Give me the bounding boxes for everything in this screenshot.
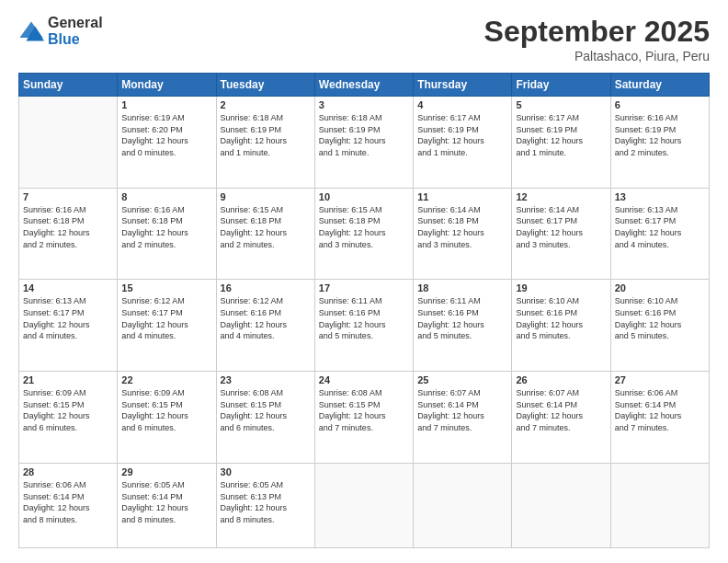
day-cell: 2Sunrise: 6:18 AMSunset: 6:19 PMDaylight… [216, 97, 314, 189]
day-cell: 28Sunrise: 6:06 AMSunset: 6:14 PMDayligh… [19, 463, 118, 547]
day-cell: 9Sunrise: 6:15 AMSunset: 6:18 PMDaylight… [216, 188, 314, 280]
day-cell: 8Sunrise: 6:16 AMSunset: 6:18 PMDaylight… [118, 188, 216, 280]
day-cell [610, 463, 709, 547]
logo-blue-text: Blue [48, 31, 103, 48]
day-cell: 25Sunrise: 6:07 AMSunset: 6:14 PMDayligh… [414, 372, 512, 464]
logo-text: General Blue [48, 15, 103, 47]
day-cell: 24Sunrise: 6:08 AMSunset: 6:15 PMDayligh… [314, 372, 413, 464]
week-row-2: 7Sunrise: 6:16 AMSunset: 6:18 PMDaylight… [19, 188, 710, 280]
day-info: Sunrise: 6:06 AMSunset: 6:14 PMDaylight:… [615, 387, 705, 433]
day-cell: 3Sunrise: 6:18 AMSunset: 6:19 PMDaylight… [314, 97, 413, 189]
day-info: Sunrise: 6:08 AMSunset: 6:15 PMDaylight:… [221, 387, 311, 433]
day-cell [19, 97, 118, 189]
day-cell: 5Sunrise: 6:17 AMSunset: 6:19 PMDaylight… [512, 97, 610, 189]
day-cell: 18Sunrise: 6:11 AMSunset: 6:16 PMDayligh… [414, 280, 512, 372]
col-tuesday: Tuesday [216, 74, 314, 97]
day-number: 10 [319, 191, 409, 202]
day-number: 19 [516, 282, 606, 293]
col-wednesday: Wednesday [314, 74, 413, 97]
day-cell: 27Sunrise: 6:06 AMSunset: 6:14 PMDayligh… [610, 372, 709, 464]
day-cell [512, 463, 610, 547]
day-cell: 11Sunrise: 6:14 AMSunset: 6:18 PMDayligh… [414, 188, 512, 280]
day-info: Sunrise: 6:15 AMSunset: 6:18 PMDaylight:… [319, 204, 409, 250]
day-info: Sunrise: 6:09 AMSunset: 6:15 PMDaylight:… [23, 387, 113, 433]
month-title: September 2025 [484, 15, 710, 49]
day-number: 18 [417, 282, 507, 293]
day-cell: 7Sunrise: 6:16 AMSunset: 6:18 PMDaylight… [19, 188, 118, 280]
day-number: 13 [615, 191, 705, 202]
day-info: Sunrise: 6:05 AMSunset: 6:13 PMDaylight:… [221, 479, 311, 525]
day-info: Sunrise: 6:15 AMSunset: 6:18 PMDaylight:… [221, 204, 311, 250]
day-number: 8 [121, 191, 211, 202]
logo-general-text: General [48, 15, 103, 31]
day-info: Sunrise: 6:17 AMSunset: 6:19 PMDaylight:… [417, 112, 507, 158]
header: General Blue September 2025 Paltashaco, … [18, 15, 710, 63]
day-number: 11 [417, 191, 507, 202]
day-cell: 22Sunrise: 6:09 AMSunset: 6:15 PMDayligh… [118, 372, 216, 464]
day-cell: 19Sunrise: 6:10 AMSunset: 6:16 PMDayligh… [512, 280, 610, 372]
day-number: 4 [417, 99, 507, 110]
day-number: 5 [516, 99, 606, 110]
day-number: 9 [221, 191, 311, 202]
page: General Blue September 2025 Paltashaco, … [0, 0, 728, 563]
day-number: 2 [221, 99, 311, 110]
day-number: 22 [121, 374, 211, 385]
day-cell: 17Sunrise: 6:11 AMSunset: 6:16 PMDayligh… [314, 280, 413, 372]
day-info: Sunrise: 6:07 AMSunset: 6:14 PMDaylight:… [516, 387, 606, 433]
day-cell [414, 463, 512, 547]
day-number: 23 [221, 374, 311, 385]
calendar-header-row: Sunday Monday Tuesday Wednesday Thursday… [19, 74, 710, 97]
logo-icon [18, 18, 44, 44]
day-info: Sunrise: 6:05 AMSunset: 6:14 PMDaylight:… [121, 479, 211, 525]
day-info: Sunrise: 6:17 AMSunset: 6:19 PMDaylight:… [516, 112, 606, 158]
day-cell: 21Sunrise: 6:09 AMSunset: 6:15 PMDayligh… [19, 372, 118, 464]
day-info: Sunrise: 6:18 AMSunset: 6:19 PMDaylight:… [319, 112, 409, 158]
col-sunday: Sunday [19, 74, 118, 97]
day-info: Sunrise: 6:07 AMSunset: 6:14 PMDaylight:… [417, 387, 507, 433]
day-info: Sunrise: 6:11 AMSunset: 6:16 PMDaylight:… [319, 295, 409, 341]
day-info: Sunrise: 6:11 AMSunset: 6:16 PMDaylight:… [417, 295, 507, 341]
day-cell [314, 463, 413, 547]
day-cell: 16Sunrise: 6:12 AMSunset: 6:16 PMDayligh… [216, 280, 314, 372]
day-cell: 6Sunrise: 6:16 AMSunset: 6:19 PMDaylight… [610, 97, 709, 189]
day-number: 7 [23, 191, 113, 202]
location-subtitle: Paltashaco, Piura, Peru [484, 49, 710, 63]
day-number: 3 [319, 99, 409, 110]
col-friday: Friday [512, 74, 610, 97]
col-thursday: Thursday [414, 74, 512, 97]
col-saturday: Saturday [610, 74, 709, 97]
day-number: 25 [417, 374, 507, 385]
day-number: 29 [121, 466, 211, 477]
day-cell: 13Sunrise: 6:13 AMSunset: 6:17 PMDayligh… [610, 188, 709, 280]
title-section: September 2025 Paltashaco, Piura, Peru [484, 15, 710, 63]
day-info: Sunrise: 6:10 AMSunset: 6:16 PMDaylight:… [615, 295, 705, 341]
day-number: 1 [121, 99, 211, 110]
day-cell: 29Sunrise: 6:05 AMSunset: 6:14 PMDayligh… [118, 463, 216, 547]
week-row-3: 14Sunrise: 6:13 AMSunset: 6:17 PMDayligh… [19, 280, 710, 372]
day-cell: 4Sunrise: 6:17 AMSunset: 6:19 PMDaylight… [414, 97, 512, 189]
day-info: Sunrise: 6:12 AMSunset: 6:17 PMDaylight:… [121, 295, 211, 341]
week-row-4: 21Sunrise: 6:09 AMSunset: 6:15 PMDayligh… [19, 372, 710, 464]
week-row-5: 28Sunrise: 6:06 AMSunset: 6:14 PMDayligh… [19, 463, 710, 547]
day-cell: 26Sunrise: 6:07 AMSunset: 6:14 PMDayligh… [512, 372, 610, 464]
day-number: 20 [615, 282, 705, 293]
day-info: Sunrise: 6:14 AMSunset: 6:18 PMDaylight:… [417, 204, 507, 250]
day-number: 26 [516, 374, 606, 385]
day-number: 17 [319, 282, 409, 293]
day-number: 14 [23, 282, 113, 293]
day-number: 24 [319, 374, 409, 385]
day-cell: 14Sunrise: 6:13 AMSunset: 6:17 PMDayligh… [19, 280, 118, 372]
day-info: Sunrise: 6:18 AMSunset: 6:19 PMDaylight:… [221, 112, 311, 158]
day-info: Sunrise: 6:13 AMSunset: 6:17 PMDaylight:… [23, 295, 113, 341]
day-cell: 1Sunrise: 6:19 AMSunset: 6:20 PMDaylight… [118, 97, 216, 189]
day-number: 6 [615, 99, 705, 110]
logo: General Blue [18, 15, 103, 47]
day-cell: 20Sunrise: 6:10 AMSunset: 6:16 PMDayligh… [610, 280, 709, 372]
day-info: Sunrise: 6:19 AMSunset: 6:20 PMDaylight:… [121, 112, 211, 158]
day-cell: 30Sunrise: 6:05 AMSunset: 6:13 PMDayligh… [216, 463, 314, 547]
day-number: 15 [121, 282, 211, 293]
col-monday: Monday [118, 74, 216, 97]
day-info: Sunrise: 6:08 AMSunset: 6:15 PMDaylight:… [319, 387, 409, 433]
week-row-1: 1Sunrise: 6:19 AMSunset: 6:20 PMDaylight… [19, 97, 710, 189]
day-number: 21 [23, 374, 113, 385]
